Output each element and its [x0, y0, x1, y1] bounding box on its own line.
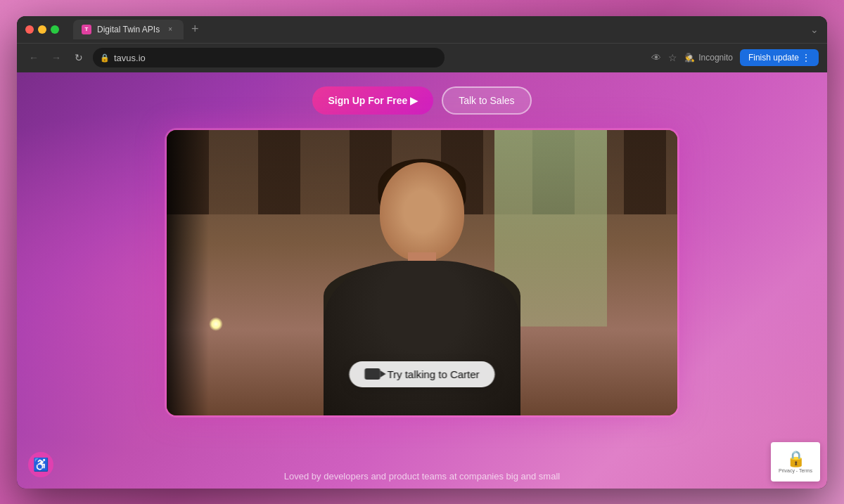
signup-button[interactable]: Sign Up For Free ▶	[312, 86, 433, 115]
eye-slash-icon[interactable]: 👁	[651, 52, 661, 63]
lock-icon: 🔒	[100, 53, 110, 63]
recaptcha-text: Privacy - Terms	[779, 468, 812, 473]
talk-to-sales-button[interactable]: Talk to Sales	[442, 86, 531, 115]
tab-area: T Digital Twin APIs × +	[73, 20, 203, 39]
video-background: Try talking to Carter	[167, 130, 677, 415]
more-options-icon: ⋮	[802, 53, 810, 63]
url-text: tavus.io	[114, 53, 146, 63]
chevron-down-icon: ⌄	[810, 24, 819, 35]
incognito-icon: 🕵	[684, 53, 695, 63]
recaptcha-icon: 🔒	[786, 450, 805, 468]
incognito-button[interactable]: 🕵 Incognito	[684, 53, 733, 63]
try-talking-label: Try talking to Carter	[387, 368, 479, 380]
bookmark-icon[interactable]: ☆	[668, 52, 677, 63]
reload-button[interactable]: ↻	[70, 49, 87, 66]
finish-update-label: Finish update	[748, 53, 799, 63]
person-body	[324, 261, 520, 415]
new-tab-button[interactable]: +	[186, 21, 203, 38]
tab-favicon: T	[82, 25, 91, 34]
incognito-label: Incognito	[698, 53, 733, 63]
window-light-left	[167, 130, 209, 415]
address-input[interactable]: 🔒 tavus.io	[93, 48, 445, 67]
accessibility-icon: ♿	[33, 457, 49, 472]
toolbar-right: 👁 ☆ 🕵 Incognito Finish update ⋮	[651, 49, 819, 66]
address-bar: ← → ↻ 🔒 tavus.io 👁 ☆ 🕵 Incognito Finish …	[17, 43, 827, 72]
back-button[interactable]: ←	[25, 49, 42, 66]
video-camera-icon	[364, 368, 380, 380]
tab-label: Digital Twin APIs	[97, 25, 160, 34]
browser-tab[interactable]: T Digital Twin APIs ×	[73, 20, 184, 39]
tab-close-button[interactable]: ×	[165, 25, 175, 34]
finish-update-button[interactable]: Finish update ⋮	[740, 49, 819, 66]
accessibility-button[interactable]: ♿	[28, 452, 53, 477]
cta-buttons: Sign Up For Free ▶ Talk to Sales	[312, 86, 531, 115]
window-controls-right: ⌄	[810, 24, 819, 35]
signup-label: Sign Up For Free ▶	[328, 95, 418, 106]
traffic-lights	[25, 25, 59, 34]
desktop: T Digital Twin APIs × + ⌄ ← → ↻ 🔒 tavus.…	[0, 0, 844, 504]
close-window-button[interactable]	[25, 25, 34, 34]
browser-window: T Digital Twin APIs × + ⌄ ← → ↻ 🔒 tavus.…	[17, 16, 827, 489]
bottom-text: Loved by developers and product teams at…	[17, 471, 827, 482]
light-orb-left	[209, 317, 223, 331]
sales-label: Talk to Sales	[459, 95, 514, 106]
try-talking-overlay[interactable]: Try talking to Carter	[349, 361, 494, 387]
recaptcha-widget: 🔒 Privacy - Terms	[771, 442, 820, 482]
title-bar: T Digital Twin APIs × + ⌄	[17, 16, 827, 43]
video-container[interactable]: Try talking to Carter	[165, 129, 679, 417]
person-head	[380, 162, 464, 261]
forward-button[interactable]: →	[48, 49, 65, 66]
maximize-window-button[interactable]	[51, 25, 59, 34]
main-content: Sign Up For Free ▶ Talk to Sales	[17, 72, 827, 489]
minimize-window-button[interactable]	[38, 25, 46, 34]
